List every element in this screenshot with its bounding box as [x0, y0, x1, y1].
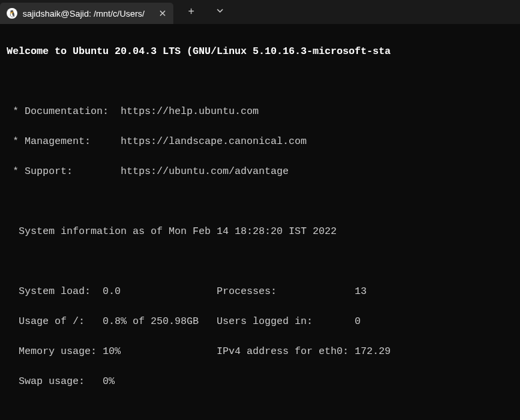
sysinfo-load-processes: System load: 0.0 Processes: 13: [7, 285, 513, 300]
chevron-down-icon: [216, 7, 224, 15]
blank-line: [7, 405, 513, 420]
titlebar: 🐧 sajidshaik@Sajid: /mnt/c/Users/ ✕ +: [0, 0, 520, 24]
tab-dropdown-button[interactable]: [212, 3, 228, 21]
motd-documentation: * Documentation: https://help.ubuntu.com: [7, 105, 513, 120]
sysinfo-header: System information as of Mon Feb 14 18:2…: [7, 225, 513, 240]
sysinfo-swap: Swap usage: 0%: [7, 375, 513, 390]
tux-icon: 🐧: [7, 8, 17, 19]
sysinfo-memory-ipv4: Memory usage: 10% IPv4 address for eth0:…: [7, 345, 513, 360]
sysinfo-usage-users: Usage of /: 0.8% of 250.98GB Users logge…: [7, 315, 513, 330]
blank-line: [7, 195, 513, 210]
new-tab-button[interactable]: +: [184, 3, 199, 21]
close-icon[interactable]: ✕: [157, 8, 168, 19]
blank-line: [7, 255, 513, 270]
motd-support: * Support: https://ubuntu.com/advantage: [7, 165, 513, 180]
motd-management: * Management: https://landscape.canonica…: [7, 135, 513, 150]
terminal-tab[interactable]: 🐧 sajidshaik@Sajid: /mnt/c/Users/ ✕: [0, 3, 173, 24]
titlebar-actions: +: [173, 3, 228, 21]
blank-line: [7, 75, 513, 90]
motd-welcome: Welcome to Ubuntu 20.04.3 LTS (GNU/Linux…: [7, 45, 513, 60]
terminal-output[interactable]: Welcome to Ubuntu 20.04.3 LTS (GNU/Linux…: [0, 24, 520, 420]
tab-title: sajidshaik@Sajid: /mnt/c/Users/: [23, 9, 153, 19]
